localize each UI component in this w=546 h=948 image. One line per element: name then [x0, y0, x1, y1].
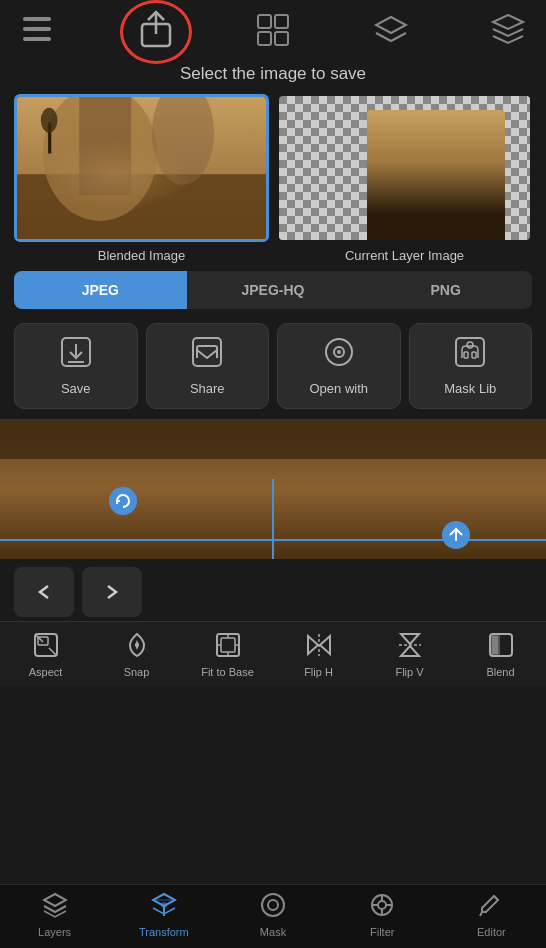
- image-selection: Blended Image Current Layer Image: [0, 94, 546, 271]
- svg-marker-38: [308, 636, 318, 654]
- transform-nav-icon: [151, 892, 177, 924]
- header-title: Select the image to save: [180, 64, 366, 83]
- svg-point-22: [337, 350, 341, 354]
- aspect-icon: [33, 632, 59, 664]
- prev-arrow-button[interactable]: [14, 567, 74, 617]
- flip-h-tool[interactable]: Flip H: [284, 628, 354, 682]
- svg-rect-28: [0, 419, 546, 459]
- corner-handle[interactable]: [442, 521, 470, 549]
- svg-rect-5: [258, 15, 271, 28]
- current-layer-image-wrapper: [277, 94, 532, 242]
- grid-icon-btn[interactable]: [251, 8, 295, 52]
- format-tabs: JPEG JPEG-HQ PNG: [14, 271, 532, 309]
- svg-rect-6: [275, 15, 288, 28]
- svg-rect-24: [464, 352, 468, 358]
- mask-nav-label: Mask: [260, 926, 286, 938]
- top-toolbar: [0, 0, 546, 60]
- save-button[interactable]: Save: [14, 323, 138, 409]
- svg-marker-41: [401, 634, 419, 644]
- menu-icon-btn[interactable]: [16, 8, 60, 52]
- layers-stack-icon-btn[interactable]: [486, 8, 530, 52]
- current-layer-image-label: Current Layer Image: [345, 248, 464, 263]
- svg-point-49: [262, 894, 284, 916]
- layers-nav-icon: [42, 892, 68, 924]
- mask-lib-label: Mask Lib: [444, 381, 496, 396]
- blend-tool[interactable]: Blend: [466, 628, 536, 682]
- share-export-icon-btn[interactable]: [134, 8, 178, 52]
- flip-v-label: Flip V: [395, 666, 423, 678]
- svg-rect-1: [23, 27, 51, 31]
- blended-image-preview: [17, 97, 266, 239]
- svg-line-57: [494, 896, 498, 900]
- svg-rect-7: [258, 32, 271, 45]
- tab-jpeg-hq[interactable]: JPEG-HQ: [187, 271, 360, 309]
- svg-rect-8: [275, 32, 288, 45]
- share-icon: [191, 336, 223, 375]
- svg-point-52: [378, 901, 386, 909]
- svg-point-15: [41, 108, 58, 133]
- nav-filter[interactable]: Filter: [328, 885, 437, 948]
- aspect-label: Aspect: [29, 666, 63, 678]
- flip-v-tool[interactable]: Flip V: [375, 628, 445, 682]
- svg-marker-39: [320, 636, 330, 654]
- blended-image-card[interactable]: Blended Image: [14, 94, 269, 263]
- svg-point-26: [467, 342, 473, 348]
- flip-v-icon: [397, 632, 423, 664]
- fit-to-base-label: Fit to Base: [201, 666, 254, 678]
- current-layer-image-preview: [279, 96, 530, 240]
- open-with-label: Open with: [309, 381, 368, 396]
- snap-tool[interactable]: Snap: [102, 628, 172, 682]
- transform-nav-label: Transform: [139, 926, 189, 938]
- save-icon: [60, 336, 92, 375]
- tool-bar: Aspect Snap Fit to Base: [0, 621, 546, 686]
- mask-nav-icon: [260, 892, 286, 924]
- canvas-area: [0, 419, 546, 559]
- rotate-handle[interactable]: [109, 487, 137, 515]
- svg-rect-10: [17, 174, 266, 239]
- action-buttons: Save Share Open with: [0, 319, 546, 419]
- blend-label: Blend: [486, 666, 514, 678]
- save-label: Save: [61, 381, 91, 396]
- svg-rect-2: [23, 37, 51, 41]
- editor-nav-icon: [478, 892, 504, 924]
- open-with-button[interactable]: Open with: [277, 323, 401, 409]
- layers-single-icon-btn[interactable]: [369, 8, 413, 52]
- nav-layers[interactable]: Layers: [0, 885, 109, 948]
- bottom-nav: Layers Transform Mask: [0, 884, 546, 948]
- flip-h-icon: [306, 632, 332, 664]
- fit-to-base-icon: [215, 632, 241, 664]
- current-layer-image-card[interactable]: Current Layer Image: [277, 94, 532, 263]
- checker-figure: [367, 110, 505, 240]
- nav-transform[interactable]: Transform: [109, 885, 218, 948]
- svg-rect-12: [79, 97, 131, 195]
- share-button[interactable]: Share: [146, 323, 270, 409]
- tab-png[interactable]: PNG: [359, 271, 532, 309]
- svg-marker-42: [401, 646, 419, 656]
- blended-image-wrapper: [14, 94, 269, 242]
- tab-jpeg[interactable]: JPEG: [14, 271, 187, 309]
- nav-mask[interactable]: Mask: [218, 885, 327, 948]
- svg-point-31: [135, 643, 139, 647]
- svg-point-50: [268, 900, 278, 910]
- share-label: Share: [190, 381, 225, 396]
- svg-point-47: [161, 902, 167, 908]
- select-header: Select the image to save: [0, 60, 546, 94]
- fit-to-base-tool[interactable]: Fit to Base: [193, 628, 263, 682]
- nav-arrows: [0, 559, 546, 621]
- editor-nav-label: Editor: [477, 926, 506, 938]
- filter-nav-label: Filter: [370, 926, 394, 938]
- mask-lib-icon: [454, 336, 486, 375]
- snap-label: Snap: [124, 666, 150, 678]
- svg-rect-25: [472, 352, 476, 358]
- next-arrow-button[interactable]: [82, 567, 142, 617]
- mask-lib-button[interactable]: Mask Lib: [409, 323, 533, 409]
- layers-nav-label: Layers: [38, 926, 71, 938]
- open-with-icon: [323, 336, 355, 375]
- filter-nav-icon: [369, 892, 395, 924]
- svg-rect-46: [492, 636, 498, 654]
- nav-editor[interactable]: Editor: [437, 885, 546, 948]
- blue-line-vertical: [272, 479, 274, 559]
- blend-icon: [488, 632, 514, 664]
- aspect-tool[interactable]: Aspect: [11, 628, 81, 682]
- svg-rect-33: [221, 638, 235, 652]
